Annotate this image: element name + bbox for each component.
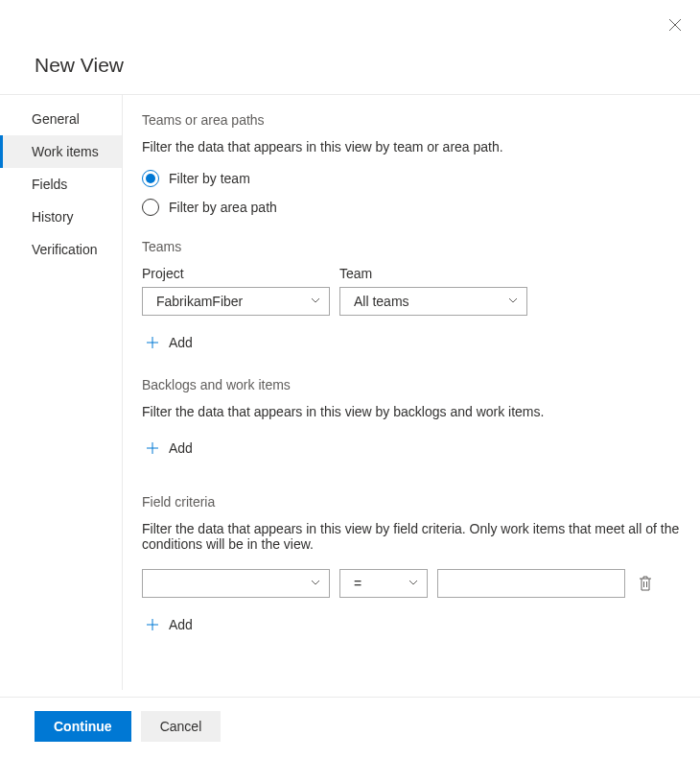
project-select[interactable]: FabrikamFiber xyxy=(142,287,330,316)
project-label: Project xyxy=(142,266,330,281)
team-label: Team xyxy=(339,266,527,281)
add-backlog-button[interactable]: Add xyxy=(142,435,197,462)
select-value: All teams xyxy=(354,294,409,309)
section-desc-backlogs: Filter the data that appears in this vie… xyxy=(142,404,690,419)
add-label: Add xyxy=(169,617,193,632)
sidebar-item-verification[interactable]: Verification xyxy=(0,233,122,266)
sidebar-item-fields[interactable]: Fields xyxy=(0,168,122,201)
chevron-down-icon xyxy=(507,294,519,309)
add-criteria-button[interactable]: Add xyxy=(142,611,197,638)
cancel-button[interactable]: Cancel xyxy=(141,711,222,742)
delete-criteria-button[interactable] xyxy=(635,572,656,595)
chevron-down-icon xyxy=(310,294,321,309)
team-select[interactable]: All teams xyxy=(339,287,527,316)
sidebar-item-general[interactable]: General xyxy=(0,103,122,135)
select-value: FabrikamFiber xyxy=(156,294,243,309)
continue-button[interactable]: Continue xyxy=(35,711,131,742)
section-title-backlogs: Backlogs and work items xyxy=(142,377,690,392)
criteria-operator-select[interactable]: = xyxy=(339,569,428,598)
filter-radio-group: Filter by team Filter by area path xyxy=(142,170,690,216)
radio-icon xyxy=(142,170,159,187)
sidebar-item-label: General xyxy=(32,111,80,127)
radio-filter-by-team[interactable]: Filter by team xyxy=(142,170,690,187)
plus-icon xyxy=(146,336,159,349)
section-title-criteria: Field criteria xyxy=(142,494,690,510)
criteria-field-select[interactable] xyxy=(142,569,330,598)
chevron-down-icon xyxy=(408,576,419,591)
section-desc-criteria: Filter the data that appears in this vie… xyxy=(142,521,690,552)
sidebar-item-work-items[interactable]: Work items xyxy=(0,135,122,168)
criteria-row: = xyxy=(142,569,690,598)
sidebar-item-label: Fields xyxy=(32,177,67,192)
select-value: = xyxy=(354,576,362,591)
add-label: Add xyxy=(169,335,193,350)
sidebar-item-label: Work items xyxy=(32,144,99,159)
add-team-button[interactable]: Add xyxy=(142,329,197,356)
plus-icon xyxy=(146,618,159,631)
radio-filter-by-area-path[interactable]: Filter by area path xyxy=(142,199,690,216)
radio-label: Filter by area path xyxy=(169,200,277,215)
criteria-value-input[interactable] xyxy=(437,569,625,598)
sidebar: General Work items Fields History Verifi… xyxy=(0,95,123,690)
footer: Continue Cancel xyxy=(0,697,700,759)
sidebar-item-history[interactable]: History xyxy=(0,201,122,233)
trash-icon xyxy=(639,576,652,591)
chevron-down-icon xyxy=(310,576,321,591)
page-title: New View xyxy=(0,0,700,94)
section-title-teams-paths: Teams or area paths xyxy=(142,112,690,128)
close-icon xyxy=(668,18,682,32)
add-label: Add xyxy=(169,440,193,456)
content-panel: Teams or area paths Filter the data that… xyxy=(123,95,700,690)
sidebar-item-label: History xyxy=(32,209,74,225)
radio-icon xyxy=(142,199,159,216)
section-title-teams: Teams xyxy=(142,239,690,254)
radio-label: Filter by team xyxy=(169,171,250,186)
plus-icon xyxy=(146,441,159,455)
close-button[interactable] xyxy=(667,17,683,33)
section-desc-teams-paths: Filter the data that appears in this vie… xyxy=(142,139,690,154)
sidebar-item-label: Verification xyxy=(32,242,97,257)
